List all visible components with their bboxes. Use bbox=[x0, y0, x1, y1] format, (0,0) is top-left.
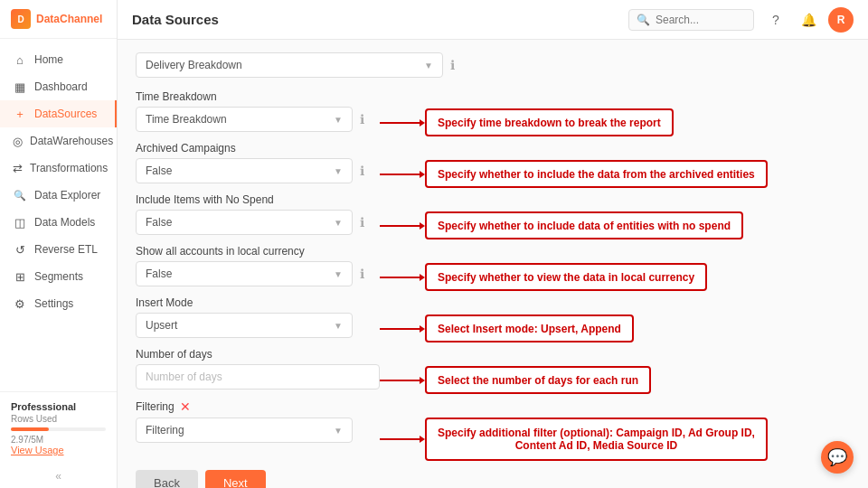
arrow-svg bbox=[380, 374, 425, 387]
chevron-down-icon: ▼ bbox=[334, 269, 343, 279]
time-breakdown-info-icon[interactable]: ℹ bbox=[360, 112, 364, 127]
notifications-icon-btn[interactable]: 🔔 bbox=[796, 7, 821, 33]
time-breakdown-tooltip-row: Specify time breakdown to break the repo… bbox=[380, 108, 674, 136]
include-no-spend-field-group: Include Items with No Spend False ▼ ℹ bbox=[136, 193, 380, 235]
local-currency-row: False ▼ ℹ bbox=[136, 261, 380, 286]
delivery-breakdown-select[interactable]: Delivery Breakdown ▼ bbox=[136, 52, 443, 78]
header-right: 🔍 ? 🔔 R bbox=[628, 7, 854, 33]
include-no-spend-tooltip-row: Specify whether to include data of entit… bbox=[380, 211, 743, 239]
progress-bar-fill bbox=[11, 427, 49, 431]
reverseetl-icon: ↺ bbox=[13, 242, 27, 257]
insert-mode-label: Insert Mode bbox=[136, 296, 380, 309]
filtering-label: Filtering ✕ bbox=[136, 399, 380, 414]
filtering-tooltip-line2: Content Ad ID, Media Source ID bbox=[438, 439, 755, 452]
filtering-tooltip: Specify additional filter (optional): Ca… bbox=[425, 418, 768, 461]
arrow-svg bbox=[380, 220, 425, 232]
sidebar-item-dataexplorer[interactable]: 🔍 Data Explorer bbox=[0, 182, 117, 209]
number-of-days-input[interactable] bbox=[136, 364, 380, 389]
search-box[interactable]: 🔍 bbox=[628, 9, 754, 31]
number-of-days-tooltip-row: Select the number of days for each run bbox=[380, 366, 651, 394]
form-panel: Delivery Breakdown ▼ ℹ Time Breakdown Ti… bbox=[118, 40, 868, 488]
archived-campaigns-row: False ▼ ℹ bbox=[136, 158, 380, 183]
time-breakdown-field-group: Time Breakdown Time Breakdown ▼ ℹ bbox=[136, 90, 380, 132]
local-currency-select[interactable]: False ▼ bbox=[136, 261, 353, 286]
search-input[interactable] bbox=[656, 14, 746, 26]
chevron-down-icon: ▼ bbox=[424, 61, 433, 70]
page-title: Data Sources bbox=[132, 12, 219, 27]
archived-campaigns-info-icon[interactable]: ℹ bbox=[360, 164, 364, 178]
time-breakdown-select[interactable]: Time Breakdown ▼ bbox=[136, 107, 353, 132]
delivery-breakdown-section: Delivery Breakdown ▼ ℹ bbox=[136, 52, 850, 78]
sidebar-item-reverseetl[interactable]: ↺ Reverse ETL bbox=[0, 236, 117, 263]
datamodels-icon: ◫ bbox=[13, 215, 27, 230]
filtering-remove-button[interactable]: ✕ bbox=[180, 399, 191, 414]
chevron-down-icon: ▼ bbox=[334, 321, 343, 331]
number-of-days-tooltip: Select the number of days for each run bbox=[425, 366, 651, 394]
include-no-spend-with-tooltip: Include Items with No Spend False ▼ ℹ Sp… bbox=[136, 193, 850, 239]
plan-label: Professsional bbox=[11, 401, 106, 412]
arrow-svg bbox=[380, 168, 425, 181]
sidebar: D DataChannel ⌂ Home ▦ Dashboard + DataS… bbox=[0, 0, 118, 488]
collapse-sidebar-button[interactable]: « bbox=[0, 465, 117, 488]
sidebar-item-datawarehouses[interactable]: ◎ DataWarehouses bbox=[0, 127, 117, 155]
sidebar-item-datasources[interactable]: + DataSources bbox=[0, 100, 117, 127]
logo: D DataChannel bbox=[0, 0, 117, 39]
datasources-icon: + bbox=[13, 107, 27, 121]
sidebar-item-home[interactable]: ⌂ Home bbox=[0, 46, 117, 73]
dashboard-icon: ▦ bbox=[13, 80, 27, 94]
settings-icon: ⚙ bbox=[13, 296, 27, 311]
sidebar-item-settings[interactable]: ⚙ Settings bbox=[0, 290, 117, 317]
insert-mode-with-tooltip: Insert Mode Upsert ▼ Select Insert mode:… bbox=[136, 296, 850, 343]
filtering-field-group: Filtering ✕ Filtering ▼ bbox=[136, 399, 380, 443]
filtering-tooltip-row: Specify additional filter (optional): Ca… bbox=[380, 418, 768, 461]
local-currency-with-tooltip: Show all accounts in local currency Fals… bbox=[136, 245, 850, 291]
chevron-down-icon: ▼ bbox=[334, 218, 343, 228]
dataexplorer-icon: 🔍 bbox=[13, 188, 27, 202]
include-no-spend-select[interactable]: False ▼ bbox=[136, 210, 353, 235]
sidebar-item-datamodels[interactable]: ◫ Data Models bbox=[0, 209, 117, 236]
delivery-breakdown-row: Delivery Breakdown ▼ ℹ bbox=[136, 52, 850, 78]
main-area: Data Sources 🔍 ? 🔔 R Delivery Breakdown … bbox=[118, 0, 868, 488]
rows-count: 2.97/5M bbox=[11, 435, 106, 445]
sidebar-item-transformations[interactable]: ⇄ Transformations bbox=[0, 155, 117, 182]
archived-campaigns-with-tooltip: Archived Campaigns False ▼ ℹ Specify whe… bbox=[136, 142, 850, 188]
number-of-days-field-group: Number of days bbox=[136, 348, 380, 389]
next-button[interactable]: Next bbox=[205, 470, 266, 488]
arrow-svg bbox=[380, 117, 425, 129]
datawarehouses-icon: ◎ bbox=[13, 134, 23, 148]
segments-icon: ⊞ bbox=[13, 269, 27, 284]
view-usage-link[interactable]: View Usage bbox=[11, 445, 106, 455]
filtering-select[interactable]: Filtering ▼ bbox=[136, 418, 353, 443]
archived-campaigns-select[interactable]: False ▼ bbox=[136, 158, 353, 183]
avatar[interactable]: R bbox=[828, 7, 854, 33]
insert-mode-tooltip: Select Insert mode: Upsert, Append bbox=[425, 314, 634, 343]
transformations-icon: ⇄ bbox=[13, 161, 23, 175]
local-currency-tooltip: Specify whether to view the data in loca… bbox=[425, 263, 707, 291]
time-breakdown-tooltip: Specify time breakdown to break the repo… bbox=[425, 108, 674, 136]
logo-text: DataChannel bbox=[36, 13, 102, 25]
main-content: Delivery Breakdown ▼ ℹ Time Breakdown Ti… bbox=[118, 40, 868, 488]
filtering-tooltip-line1: Specify additional filter (optional): Ca… bbox=[438, 427, 755, 439]
local-currency-tooltip-row: Specify whether to view the data in loca… bbox=[380, 263, 707, 291]
sidebar-item-segments[interactable]: ⊞ Segments bbox=[0, 263, 117, 290]
insert-mode-select[interactable]: Upsert ▼ bbox=[136, 313, 353, 338]
number-of-days-row bbox=[136, 364, 380, 389]
header-icons: ? 🔔 R bbox=[763, 7, 854, 33]
chat-bubble-button[interactable]: 💬 bbox=[821, 441, 854, 474]
local-currency-info-icon[interactable]: ℹ bbox=[360, 267, 364, 281]
search-icon: 🔍 bbox=[637, 14, 650, 26]
arrow-svg bbox=[380, 323, 425, 335]
time-breakdown-with-tooltip: Time Breakdown Time Breakdown ▼ ℹ Specif… bbox=[136, 90, 850, 136]
back-button[interactable]: Back bbox=[136, 470, 198, 488]
nav: ⌂ Home ▦ Dashboard + DataSources ◎ DataW… bbox=[0, 39, 117, 391]
insert-mode-tooltip-row: Select Insert mode: Upsert, Append bbox=[380, 314, 634, 343]
time-breakdown-label: Time Breakdown bbox=[136, 90, 380, 103]
sidebar-item-dashboard[interactable]: ▦ Dashboard bbox=[0, 73, 117, 100]
delivery-breakdown-info-icon[interactable]: ℹ bbox=[450, 58, 455, 72]
include-no-spend-info-icon[interactable]: ℹ bbox=[360, 215, 364, 230]
chevron-down-icon: ▼ bbox=[334, 426, 343, 436]
home-icon: ⌂ bbox=[13, 52, 27, 67]
help-icon-btn[interactable]: ? bbox=[763, 7, 788, 33]
archived-campaigns-field-group: Archived Campaigns False ▼ ℹ bbox=[136, 142, 380, 183]
archived-campaigns-tooltip-row: Specify whether to include the data from… bbox=[380, 160, 768, 188]
